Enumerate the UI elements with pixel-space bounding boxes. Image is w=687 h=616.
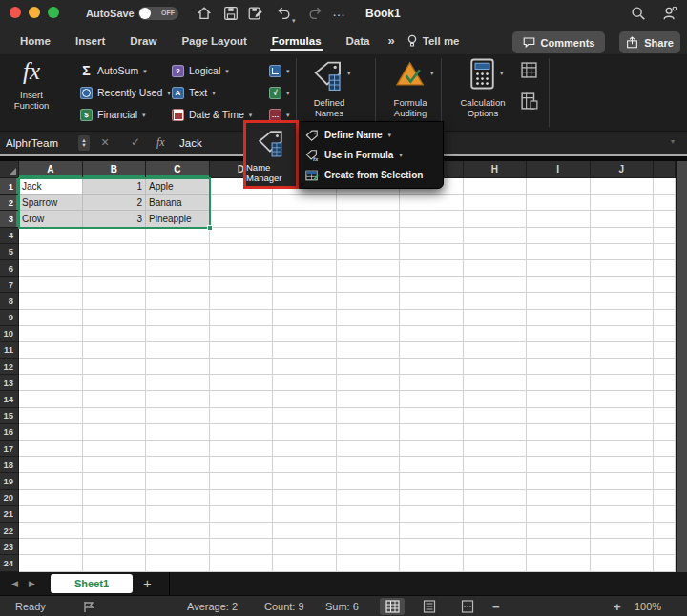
cell-C10[interactable] <box>146 326 210 342</box>
cell-H1[interactable] <box>464 178 528 195</box>
cell-J22[interactable] <box>591 523 655 539</box>
cell-F21[interactable] <box>337 506 401 523</box>
comments-button[interactable]: Comments <box>512 31 605 53</box>
cell-C21[interactable] <box>146 506 210 523</box>
menu-item-define-name[interactable]: Define Name ▾ <box>300 125 443 145</box>
cell-B12[interactable] <box>83 359 147 375</box>
cell-G15[interactable] <box>400 408 464 424</box>
zoom-out-button[interactable]: − <box>492 600 500 614</box>
prev-sheet-icon[interactable]: ◀ <box>11 579 18 588</box>
cell-E3[interactable] <box>273 211 337 227</box>
lookup-reference-button[interactable]: ▾ <box>269 62 290 79</box>
enter-icon[interactable]: ✓ <box>131 135 140 149</box>
cell-A21[interactable] <box>19 506 83 523</box>
row-header-4[interactable]: 4 <box>0 228 19 244</box>
cell-G16[interactable] <box>400 424 464 441</box>
minimize-window-button[interactable] <box>29 7 40 18</box>
calculate-sheet-button[interactable] <box>521 92 538 113</box>
cell-B22[interactable] <box>83 523 147 539</box>
cell-partial-22[interactable] <box>654 523 676 539</box>
cell-I16[interactable] <box>527 424 591 441</box>
cell-F14[interactable] <box>337 391 401 407</box>
row-header-21[interactable]: 21 <box>0 506 19 523</box>
cell-H9[interactable] <box>464 310 528 326</box>
cell-A11[interactable] <box>19 342 83 359</box>
cell-I8[interactable] <box>527 293 591 309</box>
cell-I1[interactable] <box>527 178 591 195</box>
formula-auditing-button[interactable] <box>395 60 427 92</box>
cell-F8[interactable] <box>337 293 401 309</box>
row-header-5[interactable]: 5 <box>0 244 19 260</box>
cell-B8[interactable] <box>83 293 147 309</box>
cell-D4[interactable] <box>210 228 274 244</box>
cell-partial-19[interactable] <box>654 473 676 489</box>
zoom-in-button[interactable]: + <box>614 600 621 614</box>
row-header-14[interactable]: 14 <box>0 391 19 407</box>
tab-insert[interactable]: Insert <box>63 27 117 54</box>
recently-used-button[interactable]: Recently Used ▾ <box>80 84 171 101</box>
cell-partial-7[interactable] <box>654 277 676 293</box>
row-header-15[interactable]: 15 <box>0 408 19 424</box>
cell-G4[interactable] <box>400 228 464 244</box>
cell-G17[interactable] <box>400 441 464 457</box>
cell-B5[interactable] <box>83 244 147 260</box>
cell-H13[interactable] <box>464 375 528 391</box>
column-header-J[interactable]: J <box>591 161 655 178</box>
cell-I23[interactable] <box>527 539 591 555</box>
account-icon[interactable] <box>661 5 678 22</box>
cell-J7[interactable] <box>591 277 655 293</box>
page-layout-view-button[interactable] <box>417 598 442 615</box>
cell-I12[interactable] <box>527 359 591 375</box>
cell-J18[interactable] <box>591 457 655 473</box>
cell-J20[interactable] <box>591 490 655 506</box>
more-commands-icon[interactable]: … <box>332 4 349 21</box>
cell-C19[interactable] <box>146 473 210 489</box>
row-header-6[interactable]: 6 <box>0 260 19 277</box>
cell-F18[interactable] <box>337 457 401 473</box>
cell-D12[interactable] <box>210 359 274 375</box>
cell-H15[interactable] <box>464 408 528 424</box>
cell-B20[interactable] <box>83 490 147 506</box>
cell-C16[interactable] <box>146 424 210 441</box>
cell-I10[interactable] <box>527 326 591 342</box>
cell-I15[interactable] <box>527 408 591 424</box>
cell-C22[interactable] <box>146 523 210 539</box>
redo-icon[interactable] <box>307 5 324 22</box>
cell-J16[interactable] <box>591 424 655 441</box>
cell-G7[interactable] <box>400 277 464 293</box>
cell-H7[interactable] <box>464 277 528 293</box>
cell-D6[interactable] <box>210 260 274 277</box>
cell-D23[interactable] <box>210 539 274 555</box>
next-sheet-icon[interactable]: ▶ <box>29 579 35 588</box>
cell-J3[interactable] <box>591 211 655 227</box>
row-header-3[interactable]: 3 <box>0 211 19 227</box>
column-header-partial[interactable] <box>654 161 676 178</box>
cell-B13[interactable] <box>83 375 147 391</box>
cell-F23[interactable] <box>337 539 401 555</box>
row-header-24[interactable]: 24 <box>0 555 19 571</box>
cell-partial-18[interactable] <box>654 457 676 473</box>
row-header-11[interactable]: 11 <box>0 342 19 359</box>
cell-E24[interactable] <box>273 555 337 571</box>
tell-me-button[interactable]: Tell me <box>401 34 460 48</box>
row-header-22[interactable]: 22 <box>0 523 19 539</box>
save-as-icon[interactable] <box>247 5 264 22</box>
cell-J9[interactable] <box>591 310 655 326</box>
cell-I9[interactable] <box>527 310 591 326</box>
row-header-23[interactable]: 23 <box>0 539 19 555</box>
cell-I18[interactable] <box>527 457 591 473</box>
cell-D9[interactable] <box>210 310 274 326</box>
cell-A4[interactable] <box>19 228 83 244</box>
cell-G3[interactable] <box>400 211 464 227</box>
cell-H3[interactable] <box>464 211 528 227</box>
cell-partial-13[interactable] <box>654 375 676 391</box>
cell-J1[interactable] <box>591 178 655 195</box>
cell-C8[interactable] <box>146 293 210 309</box>
cell-J11[interactable] <box>591 342 655 359</box>
cell-B23[interactable] <box>83 539 147 555</box>
save-icon[interactable] <box>222 5 239 22</box>
cell-E21[interactable] <box>273 506 337 523</box>
cell-partial-10[interactable] <box>654 326 676 342</box>
cell-I19[interactable] <box>527 473 591 489</box>
cell-D15[interactable] <box>210 408 274 424</box>
